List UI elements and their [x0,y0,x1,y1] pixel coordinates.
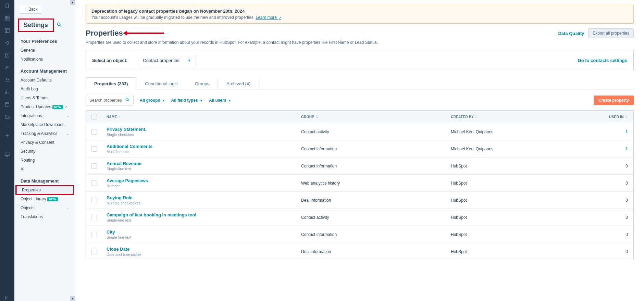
contacts-icon[interactable] [4,52,10,58]
tool-icon[interactable] [4,64,10,71]
sidebar-item-objects[interactable]: Objects⌄ [14,203,75,212]
sidebar-item-security[interactable]: Security [14,147,75,156]
cell-creator: HubSpot [451,249,600,254]
send-icon[interactable] [4,40,10,46]
sidebar-item-integrations[interactable]: Integrations⌄ [14,111,75,120]
property-name-link[interactable]: Average Pageviews [107,178,148,183]
property-name-link[interactable]: City [107,229,131,235]
sidebar-item-users-teams[interactable]: Users & Teams [14,93,75,102]
table-row: CitySingle-line textContact informationH… [86,226,633,243]
grid-icon[interactable] [4,15,10,21]
back-button[interactable]: 〈Back [20,5,42,14]
sidebar-item-properties[interactable]: Properties [16,186,74,195]
sidebar-item-ai[interactable]: AI [14,165,75,174]
sidebar-item-label: Object Library NEW [21,197,58,201]
svg-rect-0 [5,16,7,18]
filter-users[interactable]: All users ▼ [209,98,231,103]
folder-icon[interactable] [4,114,10,120]
row-checkbox[interactable] [91,180,97,186]
property-name-link[interactable]: Close Date [107,247,141,252]
property-name-link[interactable]: Buying Role [107,195,140,200]
header-used[interactable]: USED IN⇅ [600,114,628,120]
svg-rect-2 [5,18,7,20]
icon-rail [0,0,14,301]
sidebar-item-object-library[interactable]: Object Library NEW [14,195,75,203]
sidebar-item-audit-log[interactable]: Audit Log [14,85,75,93]
header-name[interactable]: NAME↑ [107,114,301,120]
sort-icon: ⇅ [625,115,628,118]
database-icon[interactable] [4,101,10,108]
row-checkbox[interactable] [91,129,97,135]
sidebar-item-translations[interactable]: Translations [14,212,75,221]
cell-group: Deal information [301,198,451,203]
cell-used: 0 [600,181,628,186]
svg-point-6 [7,54,8,55]
table-row: Annual RevenueSingle-line textContact in… [86,158,633,175]
sidebar-item-notifications[interactable]: Notifications [14,55,75,64]
sidebar-section-head: Account Management [14,66,75,76]
row-checkbox[interactable] [91,198,97,203]
create-property-button[interactable]: Create property [594,96,634,105]
select-all-checkbox[interactable] [91,114,97,120]
row-checkbox[interactable] [91,146,97,152]
header-group[interactable]: GROUP⇅ [301,114,451,120]
svg-point-11 [58,23,60,25]
cell-used[interactable]: 1 [600,147,628,151]
tab-archived-[interactable]: Archived (4) [218,77,259,90]
tab-groups[interactable]: Groups [186,77,218,90]
property-name-link[interactable]: Campaign of last booking in meetings too… [107,212,196,217]
property-name-link[interactable]: Privacy Statement. [107,127,146,132]
cell-used: 0 [600,232,628,237]
table-row: Campaign of last booking in meetings too… [86,209,633,226]
users-icon[interactable] [4,77,10,83]
sidebar-item-general[interactable]: General [14,46,75,55]
layout-icon[interactable] [4,27,10,34]
sidebar-item-label: Notifications [21,57,43,62]
property-name-link[interactable]: Annual Revenue [107,161,141,166]
tab-properties-[interactable]: Properties (233) [86,77,136,90]
screen-icon[interactable] [4,151,10,158]
row-checkbox[interactable] [91,163,97,169]
search-input-wrap[interactable] [86,95,134,105]
tab-conditional-logic[interactable]: Conditional logic [136,77,186,90]
learn-more-link[interactable]: Learn more ↗ [256,15,281,20]
tabs: Properties (233)Conditional logicGroupsA… [86,77,634,90]
cell-creator: Michael Kent Quipanes [451,147,600,151]
sidebar-item-privacy-consent[interactable]: Privacy & Consent [14,138,75,147]
property-name-link[interactable]: Additional Comments [107,144,152,149]
plus-icon[interactable] [4,133,10,139]
row-checkbox[interactable] [91,215,97,220]
sidebar-item-account-defaults[interactable]: Account Defaults [14,76,75,85]
banner-desc-wrap: Your account's usages will be gradually … [91,15,628,20]
header-creator[interactable]: CREATED BY⇅ [451,114,600,120]
sidebar-item-product-updates[interactable]: Product Updates NEW↗ [14,102,75,111]
sidebar-item-label: Security [21,149,35,154]
row-checkbox[interactable] [91,249,97,254]
sidebar-item-marketplace-downloads[interactable]: Marketplace Downloads [14,120,75,129]
search-icon[interactable] [57,22,62,29]
go-to-settings-link[interactable]: Go to contacts settings [578,58,627,63]
new-badge: NEW [47,197,58,201]
filter-groups[interactable]: All groups ▼ [140,98,165,103]
row-checkbox[interactable] [91,232,97,237]
chart-icon[interactable] [4,89,10,95]
scroll-down-icon[interactable]: ▼ [70,296,75,301]
sidebar-item-tracking-analytics[interactable]: Tracking & Analytics⌄ [14,129,75,138]
cell-used[interactable]: 1 [600,129,628,134]
settings-heading: Settings [24,22,48,29]
external-link-icon: ↗ [278,16,281,20]
bookmark-icon[interactable] [4,3,10,9]
collapse-icon[interactable] [4,295,10,301]
sidebar-item-label: Objects [21,205,35,210]
svg-point-8 [8,79,9,80]
object-select[interactable]: Contact properties ▼ [138,55,196,66]
data-quality-link[interactable]: Data Quality [558,31,584,36]
svg-point-12 [126,98,128,100]
sidebar-item-routing[interactable]: Routing [14,156,75,165]
cell-creator: Michael Kent Quipanes [451,129,600,134]
scroll-up-icon[interactable]: ▲ [70,0,75,5]
search-input[interactable] [89,98,122,103]
export-button[interactable]: Export all properties [588,28,634,38]
filter-types[interactable]: All field types ▼ [171,98,203,103]
sidebar-item-label: Users & Teams [21,96,48,100]
